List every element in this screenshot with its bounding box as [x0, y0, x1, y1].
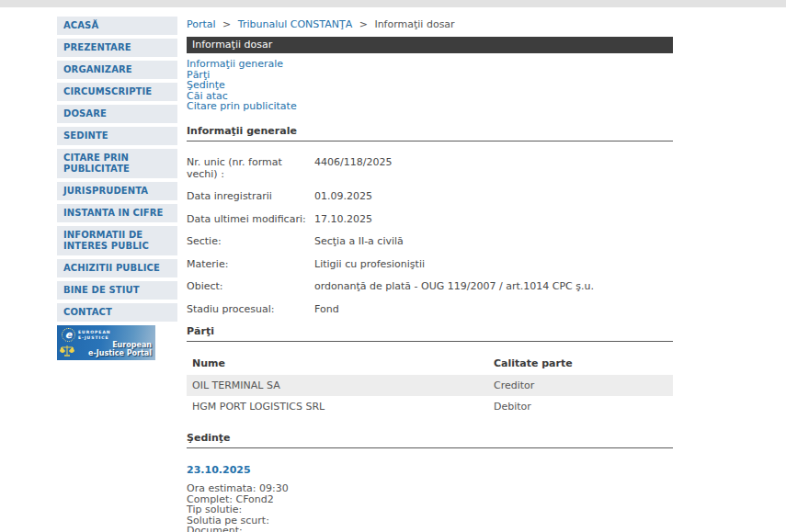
- sidebar-item[interactable]: CITARE PRIN PUBLICITATE: [57, 149, 177, 178]
- section-parties: Părţi Nume Calitate parte OIL TERMINAL S…: [187, 325, 673, 417]
- table-row: OIL TERMINAL SA Creditor: [187, 375, 673, 396]
- field-value: 01.09.2025: [314, 190, 372, 202]
- field-row: Sectie: Secţia a II-a civilă: [187, 235, 673, 247]
- sidebar-menu: ACASĂPREZENTAREORGANIZARECIRCUMSCRIPTIED…: [57, 17, 177, 322]
- section-quick-links: Informaţii generalePărţiŞedinţeCăi atacC…: [187, 59, 673, 112]
- column-header-role: Calitate parte: [488, 353, 673, 375]
- field-row: Obiect: ordonanţă de plată - OUG 119/200…: [187, 280, 673, 292]
- sidebar-item[interactable]: INFORMATII DE INTERES PUBLIC: [57, 226, 177, 255]
- main-content: Portal > Tribunalul CONSTANŢA > Informaţ…: [187, 0, 673, 532]
- field-label: Data ultimei modificari:: [187, 213, 314, 225]
- breadcrumb: Portal > Tribunalul CONSTANŢA > Informaţ…: [187, 18, 673, 30]
- field-label: Materie:: [187, 258, 314, 270]
- section-parties-title: Părţi: [187, 325, 673, 342]
- field-row: Data inregistrarii 01.09.2025: [187, 190, 673, 202]
- hearing-detail-line: Solutia pe scurt:: [187, 515, 673, 526]
- party-role-cell: Creditor: [488, 375, 673, 396]
- scales-icon: [60, 345, 74, 359]
- sidebar-item[interactable]: INSTANTA IN CIFRE: [57, 204, 177, 222]
- field-row: Materie: Litigii cu profesioniştii: [187, 258, 673, 270]
- sidebar-item[interactable]: DOSARE: [57, 105, 177, 123]
- column-header-name: Nume: [187, 353, 488, 375]
- field-label: Obiect:: [187, 280, 314, 292]
- sidebar-item[interactable]: ACASĂ: [57, 17, 177, 35]
- hearing-detail-line: Ora estimata: 09:30: [187, 483, 673, 494]
- ejustice-logo-icon: e: [62, 328, 75, 342]
- field-label: Data inregistrarii: [187, 190, 314, 202]
- breadcrumb-separator: >: [359, 18, 368, 30]
- sidebar-nav: ACASĂPREZENTAREORGANIZARECIRCUMSCRIPTIED…: [57, 17, 177, 360]
- field-row: Stadiu procesual: Fond: [187, 303, 673, 315]
- field-value: Fond: [314, 303, 339, 315]
- hearing-details: Ora estimata: 09:30Complet: CFond2Tip so…: [187, 483, 673, 532]
- field-value: Litigii cu profesioniştii: [314, 258, 425, 270]
- field-label: Nr. unic (nr. format vechi) :: [187, 156, 314, 180]
- party-name-cell: OIL TERMINAL SA: [187, 375, 488, 396]
- quick-link[interactable]: Şedinţe: [187, 80, 673, 91]
- sidebar-item[interactable]: ORGANIZARE: [57, 61, 177, 79]
- breadcrumb-separator: >: [222, 18, 231, 30]
- field-value: 4406/118/2025: [314, 156, 392, 180]
- breadcrumb-current: Informaţii dosar: [374, 18, 454, 30]
- sidebar-item[interactable]: SEDINTE: [57, 127, 177, 145]
- parties-table: Nume Calitate parte OIL TERMINAL SA Cred…: [187, 353, 673, 417]
- hearing-detail-line: Tip solutie:: [187, 504, 673, 515]
- sidebar-item[interactable]: CONTACT: [57, 303, 177, 322]
- ejustice-banner[interactable]: e EUROPEAN E-JUSTICE European e-Justice …: [57, 325, 155, 360]
- sidebar-item[interactable]: ACHIZITII PUBLICE: [57, 259, 177, 277]
- breadcrumb-link-court[interactable]: Tribunalul CONSTANŢA: [238, 18, 352, 30]
- sidebar-item[interactable]: BINE DE STIUT: [57, 281, 177, 300]
- field-row: Data ultimei modificari: 17.10.2025: [187, 213, 673, 225]
- sidebar-item[interactable]: CIRCUMSCRIPTIE: [57, 83, 177, 101]
- hearing-detail-line: Document:: [187, 526, 673, 532]
- section-hearings: Şedinţe 23.10.2025 Ora estimata: 09:30Co…: [187, 432, 673, 532]
- ejustice-banner-caption: European e-Justice Portal: [88, 341, 152, 357]
- field-value: 17.10.2025: [314, 213, 372, 225]
- quick-link[interactable]: Părţi: [187, 70, 673, 81]
- party-role-cell: Debitor: [488, 396, 673, 417]
- section-general-title: Informaţii generale: [187, 125, 673, 141]
- ejustice-logo-text: EUROPEAN E-JUSTICE: [78, 330, 111, 340]
- sidebar-item[interactable]: JURISPRUDENTA: [57, 182, 177, 200]
- quick-link[interactable]: Citare prin publicitate: [187, 101, 673, 112]
- field-value: ordonanţă de plată - OUG 119/2007 / art.…: [314, 280, 594, 292]
- party-name-cell: HGM PORT LOGISTICS SRL: [187, 396, 488, 417]
- field-row: Nr. unic (nr. format vechi) : 4406/118/2…: [187, 156, 673, 180]
- parties-header-row: Nume Calitate parte: [187, 353, 673, 375]
- table-row: HGM PORT LOGISTICS SRL Debitor: [187, 396, 673, 417]
- page-title: Informaţii dosar: [187, 37, 673, 53]
- section-general-info: Informaţii generale Nr. unic (nr. format…: [187, 125, 673, 315]
- field-label: Sectie:: [187, 235, 314, 247]
- hearing-date-link[interactable]: 23.10.2025: [187, 464, 251, 476]
- general-fields: Nr. unic (nr. format vechi) : 4406/118/2…: [187, 156, 673, 315]
- quick-link[interactable]: Informaţii generale: [187, 59, 673, 70]
- breadcrumb-link-portal[interactable]: Portal: [187, 18, 216, 30]
- section-hearings-title: Şedinţe: [187, 432, 673, 448]
- sidebar-item[interactable]: PREZENTARE: [57, 39, 177, 57]
- field-value: Secţia a II-a civilă: [314, 235, 404, 247]
- field-label: Stadiu procesual:: [187, 303, 314, 315]
- hearing-detail-line: Complet: CFond2: [187, 494, 673, 505]
